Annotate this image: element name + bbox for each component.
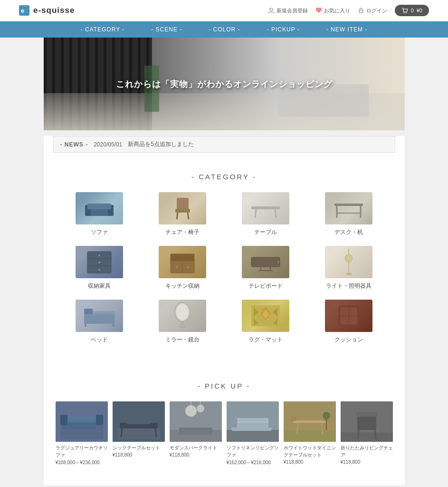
svg-rect-88 <box>293 420 326 423</box>
svg-rect-84 <box>230 417 237 428</box>
svg-rect-96 <box>341 432 393 442</box>
svg-rect-65 <box>60 415 67 425</box>
svg-rect-98 <box>356 412 377 417</box>
news-date: 2020/05/01 <box>94 141 122 148</box>
cat-kitchen-label: キッチン収納 <box>165 282 200 290</box>
svg-rect-9 <box>87 204 111 209</box>
pickup-item-3[interactable]: モダンスパークライト ¥118,800 <box>170 401 222 466</box>
pickup-name-3: モダンスパークライト <box>170 444 222 451</box>
nav-category[interactable]: - CATEGORY - <box>67 21 138 38</box>
cat-kitchen[interactable]: キッチン収納 <box>149 246 216 290</box>
svg-line-100 <box>375 430 376 439</box>
heart-icon <box>315 7 322 14</box>
cat-light[interactable]: ライト・照明器具 <box>315 246 382 290</box>
pickup-img-2 <box>113 401 165 442</box>
pickup-img-1 <box>56 401 108 442</box>
pickup-price-1: ¥108,000～¥236,000 <box>56 459 108 466</box>
mirror-img <box>171 302 194 330</box>
svg-point-26 <box>98 269 100 271</box>
svg-line-90 <box>322 423 323 435</box>
cat-rug[interactable]: ラグ・マット <box>232 300 299 344</box>
pickup-name-5: ホワイトウッドダイニングテーブルセット <box>284 444 336 458</box>
pickup-item-4[interactable]: ソフトリネンリビングソファ ¥162,000～¥216,000 <box>227 401 279 466</box>
nav-scene[interactable]: - SCENE - <box>138 21 195 38</box>
svg-point-38 <box>345 254 353 262</box>
cat-chair[interactable]: チェア・椅子 <box>149 192 216 236</box>
pickup-name-4: ソフトリネンリビングソファ <box>227 444 279 458</box>
table-img <box>249 198 282 219</box>
pickup-name-6: 折りたたみリビングチェア <box>341 444 393 458</box>
svg-point-33 <box>277 261 279 263</box>
cat-storage[interactable]: 収納家具 <box>66 246 133 290</box>
pickup-item-2[interactable]: シックテーブルセット ¥118,800 <box>113 401 165 466</box>
cat-sofa-label: ソファ <box>91 228 108 236</box>
tv-img <box>249 253 282 272</box>
nav-pickup[interactable]: - PICKUP - <box>254 21 313 38</box>
svg-rect-17 <box>334 204 363 206</box>
cat-table[interactable]: テーブル <box>232 192 299 236</box>
nav-newitem[interactable]: - NEW ITEM - <box>313 21 381 38</box>
svg-rect-83 <box>231 418 272 423</box>
svg-rect-14 <box>251 206 280 209</box>
svg-point-5 <box>406 12 407 13</box>
light-img <box>339 248 358 276</box>
svg-line-71 <box>155 429 156 437</box>
logo-text: e-squisse <box>33 6 75 15</box>
login-btn[interactable]: ログイン <box>358 7 387 14</box>
svg-point-76 <box>185 405 197 417</box>
sofa-img <box>83 198 116 219</box>
cat-tv[interactable]: テレビボード <box>232 246 299 290</box>
desk-img <box>332 196 365 220</box>
cat-cushion[interactable]: クッション <box>315 300 382 344</box>
logo[interactable]: e e-squisse <box>19 5 75 16</box>
pickup-price-3: ¥118,800 <box>170 452 222 458</box>
cart-icon <box>401 7 408 14</box>
pickup-item-6[interactable]: 折りたたみリビングチェア ¥118,800 <box>341 401 393 466</box>
cat-mirror-label: ミラー・鏡台 <box>165 336 200 344</box>
news-bar: - NEWS - 2020/05/01 新商品を5点追加しました <box>53 136 395 153</box>
pickup-item-1[interactable]: ラグジュアリーカウチソファ ¥108,000～¥236,000 <box>56 401 108 466</box>
cat-tv-label: テレビボード <box>248 282 283 290</box>
svg-rect-43 <box>84 309 93 314</box>
cat-table-label: テーブル <box>254 228 277 236</box>
user-icon <box>268 7 275 14</box>
svg-line-16 <box>275 209 276 218</box>
cat-bed[interactable]: ベッド <box>66 300 133 344</box>
logo-icon: e <box>19 5 29 16</box>
svg-point-31 <box>187 266 190 268</box>
svg-rect-28 <box>171 254 194 261</box>
svg-rect-85 <box>268 417 275 428</box>
cat-chair-label: チェア・椅子 <box>165 228 200 236</box>
pickup-img-4 <box>227 401 279 442</box>
favorites-btn[interactable]: お気に入り <box>315 7 350 14</box>
svg-line-89 <box>297 423 298 435</box>
header-nav: 新規会員登録 お気に入り ログイン <box>268 5 429 16</box>
cat-rug-label: ラグ・マット <box>248 336 283 344</box>
cat-bed-label: ベッド <box>91 336 108 344</box>
svg-text:e: e <box>21 7 24 14</box>
pickup-img-3 <box>170 401 222 442</box>
svg-rect-72 <box>127 416 151 424</box>
pickup-item-5[interactable]: ホワイトウッドダイニングテーブルセット ¥118,800 <box>284 401 336 466</box>
svg-rect-81 <box>227 430 279 442</box>
register-btn[interactable]: 新規会員登録 <box>268 7 308 14</box>
svg-rect-97 <box>357 416 376 430</box>
svg-rect-41 <box>84 313 115 324</box>
cart-count: 0 <box>411 8 414 13</box>
cushion-img <box>334 302 363 330</box>
pickup-price-6: ¥118,800 <box>341 459 393 465</box>
category-title: - CATEGORY - <box>58 173 391 181</box>
svg-rect-68 <box>117 428 160 439</box>
svg-point-40 <box>346 273 352 275</box>
nav-bar: - CATEGORY - - SCENE - - COLOR - - PICKU… <box>0 21 448 38</box>
cat-mirror[interactable]: ミラー・鏡台 <box>149 300 216 344</box>
cart-btn[interactable]: 0 ¥0 <box>395 5 429 16</box>
svg-line-99 <box>358 430 359 439</box>
nav-color[interactable]: - COLOR - <box>195 21 253 38</box>
cat-sofa[interactable]: ソファ <box>66 192 133 236</box>
kitchen-img <box>168 249 197 275</box>
cat-light-label: ライト・照明器具 <box>326 282 372 290</box>
cat-desk[interactable]: デスク・机 <box>315 192 382 236</box>
svg-rect-10 <box>177 198 189 210</box>
svg-rect-87 <box>284 430 336 442</box>
